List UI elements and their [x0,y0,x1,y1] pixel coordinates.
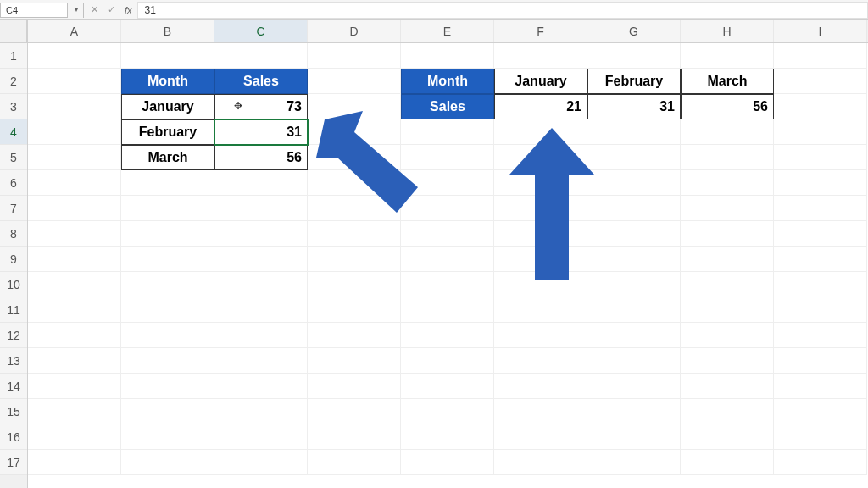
table2-month[interactable]: February [587,69,681,94]
cell[interactable] [587,323,681,348]
cell[interactable] [587,374,681,399]
cell[interactable] [681,323,774,348]
cell[interactable] [681,399,774,424]
col-header[interactable]: G [587,20,681,42]
cell[interactable] [28,323,121,348]
cell[interactable] [121,374,214,399]
row-header[interactable]: 9 [0,247,27,272]
cell[interactable] [401,374,494,399]
col-header[interactable]: F [494,20,587,42]
cell[interactable] [308,424,401,450]
cell[interactable] [494,43,587,69]
table2-sales[interactable]: 21 [494,94,587,119]
cell[interactable] [681,170,774,196]
cell[interactable] [681,272,774,297]
cell[interactable] [28,170,121,196]
row-header[interactable]: 6 [0,170,27,196]
table1-sales[interactable]: 73 [214,94,308,119]
table2-month[interactable]: January [494,69,587,94]
cell[interactable] [494,297,587,323]
cell[interactable] [401,247,494,272]
cell[interactable] [121,247,214,272]
cell[interactable] [587,450,681,475]
cell[interactable] [587,272,681,297]
cell[interactable] [587,247,681,272]
row-header[interactable]: 15 [0,399,27,424]
table1-sales-selected[interactable]: 31 [214,119,308,145]
cell[interactable] [774,424,867,450]
cell[interactable] [308,43,401,69]
row-header[interactable]: 11 [0,297,27,323]
cell[interactable] [587,348,681,374]
cell[interactable] [587,424,681,450]
table1-sales[interactable]: 56 [214,145,308,170]
cell[interactable] [28,450,121,475]
cell[interactable] [28,43,121,69]
cell[interactable] [587,196,681,221]
row-header[interactable]: 4 [0,119,27,145]
col-header[interactable]: D [308,20,401,42]
col-header[interactable]: B [121,20,214,42]
cell[interactable] [587,170,681,196]
cell[interactable] [774,450,867,475]
cell[interactable] [28,247,121,272]
col-header[interactable]: C [214,20,308,42]
cell[interactable] [494,374,587,399]
cell[interactable] [308,272,401,297]
cell[interactable] [214,450,308,475]
cell[interactable] [28,297,121,323]
row-header[interactable]: 16 [0,424,27,450]
cell[interactable] [121,170,214,196]
cell[interactable] [494,424,587,450]
cell[interactable] [681,450,774,475]
cell[interactable] [28,221,121,247]
cell[interactable] [401,272,494,297]
confirm-icon[interactable]: ✓ [103,4,120,15]
formula-input[interactable]: 31 [137,2,868,19]
cell[interactable] [587,43,681,69]
cell[interactable] [214,170,308,196]
cell[interactable] [587,297,681,323]
col-header[interactable]: A [28,20,121,42]
cell[interactable] [681,196,774,221]
cell[interactable] [401,323,494,348]
cell[interactable] [401,297,494,323]
table2-header-month[interactable]: Month [401,69,494,94]
cell[interactable] [28,374,121,399]
cell[interactable] [401,348,494,374]
row-header[interactable]: 14 [0,374,27,399]
table1-month[interactable]: March [121,145,214,170]
cell[interactable] [28,424,121,450]
cell[interactable] [587,119,681,145]
cell[interactable] [774,170,867,196]
cell[interactable] [214,272,308,297]
select-all-corner[interactable] [0,20,27,43]
cell[interactable] [214,374,308,399]
row-header[interactable]: 17 [0,450,27,475]
table1-header-sales[interactable]: Sales [214,69,308,94]
cell[interactable] [774,247,867,272]
cell[interactable] [494,323,587,348]
cell[interactable] [121,43,214,69]
cell[interactable] [681,119,774,145]
row-header[interactable]: 13 [0,348,27,374]
cell[interactable] [214,323,308,348]
cell[interactable] [121,221,214,247]
cell[interactable] [681,145,774,170]
col-header[interactable]: H [681,20,774,42]
cell[interactable] [28,196,121,221]
cell[interactable] [774,43,867,69]
cell[interactable] [681,297,774,323]
cell[interactable] [494,399,587,424]
table2-sales[interactable]: 31 [587,94,681,119]
cell[interactable] [214,221,308,247]
cell[interactable] [28,272,121,297]
cell[interactable] [681,374,774,399]
cell[interactable] [121,196,214,221]
cell[interactable] [28,119,121,145]
cell[interactable] [774,323,867,348]
cell[interactable] [308,348,401,374]
cell[interactable] [214,43,308,69]
table2-sales[interactable]: 56 [681,94,774,119]
col-header[interactable]: I [774,20,867,42]
